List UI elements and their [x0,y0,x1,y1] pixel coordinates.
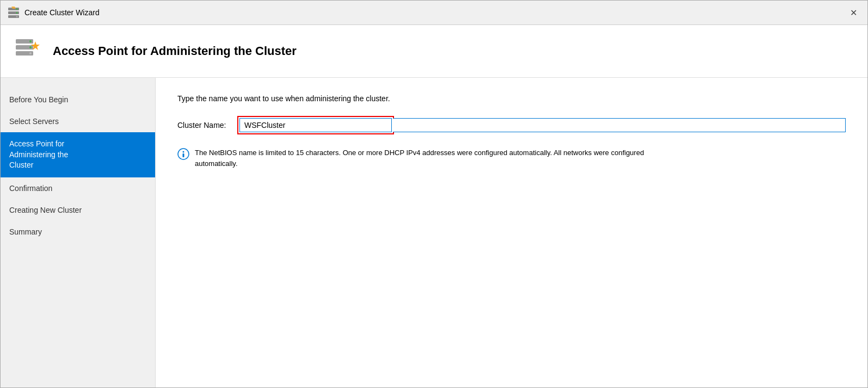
svg-point-3 [16,8,18,10]
window-icon [7,6,20,19]
svg-point-15 [183,151,184,153]
cluster-name-highlight-box [237,116,394,134]
main-form-area: Type the name you want to use when admin… [156,78,867,387]
title-bar-left: Create Cluster Wizard [7,6,100,19]
sidebar: Before You Begin Select Servers Access P… [1,78,156,387]
svg-point-5 [16,16,18,17]
sidebar-item-summary[interactable]: Summary [1,221,155,243]
header-area: Access Point for Administering the Clust… [1,25,867,78]
cluster-name-label: Cluster Name: [177,121,237,130]
wizard-window: Create Cluster Wizard ✕ Access Point for… [0,0,868,388]
sidebar-item-before-you-begin[interactable]: Before You Begin [1,89,155,110]
info-message: The NetBIOS name is limited to 15 charac… [195,147,667,169]
info-box: The NetBIOS name is limited to 15 charac… [177,147,667,169]
svg-rect-16 [183,153,184,157]
sidebar-item-select-servers[interactable]: Select Servers [1,110,155,132]
sidebar-item-creating-new-cluster[interactable]: Creating New Cluster [1,199,155,221]
svg-point-10 [29,40,32,42]
content-area: Before You Begin Select Servers Access P… [1,78,867,387]
svg-point-11 [29,46,32,48]
cluster-name-input[interactable] [239,118,392,132]
close-button[interactable]: ✕ [846,5,861,20]
cluster-name-input-extended[interactable] [393,118,846,132]
info-icon [177,148,189,160]
instruction-text: Type the name you want to use when admin… [177,94,846,103]
cluster-name-row: Cluster Name: [177,116,846,134]
svg-point-12 [29,52,32,54]
window-title: Create Cluster Wizard [24,8,100,17]
page-title: Access Point for Administering the Clust… [53,44,297,58]
header-icon [14,36,44,66]
sidebar-item-access-point[interactable]: Access Point forAdministering theCluster [1,132,155,177]
sidebar-item-confirmation[interactable]: Confirmation [1,177,155,199]
title-bar: Create Cluster Wizard ✕ [1,1,867,25]
svg-point-4 [16,12,18,14]
